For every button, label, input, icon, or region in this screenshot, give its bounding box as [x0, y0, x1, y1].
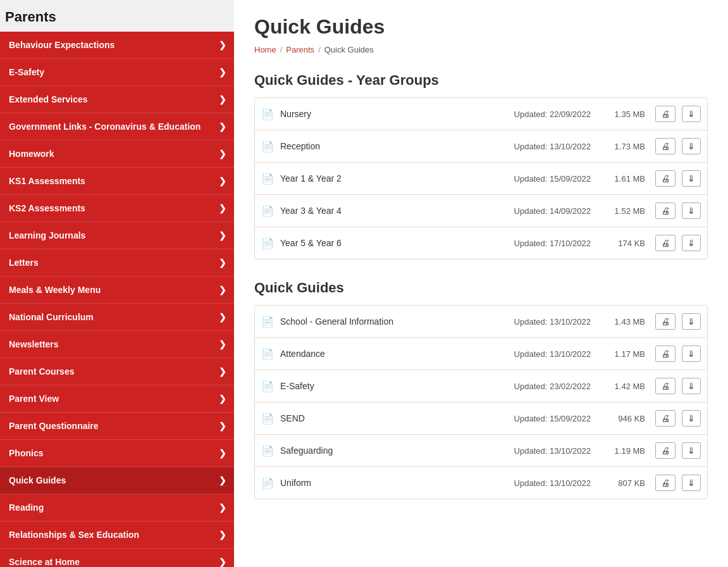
chevron-right-icon: ❯	[219, 366, 226, 377]
print-button[interactable]: 🖨	[655, 170, 676, 187]
chevron-right-icon: ❯	[219, 258, 226, 268]
sidebar-item-8[interactable]: Letters ❯	[0, 249, 234, 277]
breadcrumb-home[interactable]: Home	[254, 45, 276, 54]
file-actions: 🖨 ⇓	[655, 138, 701, 154]
chevron-right-icon: ❯	[219, 448, 226, 458]
file-updated: Updated: 13/10/2022	[514, 446, 591, 456]
file-icon: 📄	[261, 348, 274, 360]
file-size: 946 KB	[601, 414, 645, 423]
sidebar-item-15[interactable]: Phonics ❯	[0, 440, 234, 467]
sidebar-item-7[interactable]: Learning Journals ❯	[0, 222, 234, 249]
sidebar-item-label-7: Learning Journals	[9, 230, 219, 240]
sidebar-item-label-16: Quick Guides	[9, 475, 219, 485]
print-button[interactable]: 🖨	[655, 442, 676, 459]
file-icon: 📄	[261, 108, 274, 120]
file-updated: Updated: 13/10/2022	[514, 317, 591, 327]
chevron-right-icon: ❯	[219, 530, 226, 540]
file-name: Year 3 & Year 4	[280, 206, 514, 216]
download-button[interactable]: ⇓	[682, 475, 701, 491]
file-actions: 🖨 ⇓	[655, 378, 701, 394]
download-button[interactable]: ⇓	[682, 235, 701, 251]
file-updated: Updated: 14/09/2022	[514, 206, 591, 216]
print-button[interactable]: 🖨	[655, 313, 676, 330]
sidebar-item-3[interactable]: Government Links - Coronavirus & Educati…	[0, 113, 234, 140]
download-button[interactable]: ⇓	[682, 346, 701, 362]
sidebar-item-10[interactable]: National Curriculum ❯	[0, 304, 234, 331]
download-button[interactable]: ⇓	[682, 410, 701, 427]
year-groups-heading: Quick Guides - Year Groups	[254, 72, 708, 89]
chevron-right-icon: ❯	[219, 40, 226, 50]
sidebar-item-label-5: KS1 Assessments	[9, 176, 219, 186]
sidebar-item-19[interactable]: Science at Home ❯	[0, 549, 234, 567]
chevron-right-icon: ❯	[219, 67, 226, 77]
sidebar-item-18[interactable]: Relationships & Sex Education ❯	[0, 521, 234, 549]
sidebar: Parents Behaviour Expectactions ❯ E-Safe…	[0, 0, 234, 567]
quick-guides-list: 📄 School - General Information Updated: …	[254, 305, 708, 499]
file-icon: 📄	[261, 445, 274, 457]
print-button[interactable]: 🖨	[655, 235, 676, 251]
sidebar-item-2[interactable]: Extended Services ❯	[0, 86, 234, 113]
print-button[interactable]: 🖨	[655, 138, 676, 154]
file-name: Nursery	[280, 109, 514, 119]
breadcrumb-parents[interactable]: Parents	[286, 45, 314, 54]
file-row: 📄 Year 3 & Year 4 Updated: 14/09/2022 1.…	[254, 194, 708, 227]
sidebar-item-13[interactable]: Parent View ❯	[0, 385, 234, 413]
file-actions: 🖨 ⇓	[655, 170, 701, 187]
file-name: Safeguarding	[280, 446, 514, 456]
file-icon: 📄	[261, 380, 274, 392]
download-button[interactable]: ⇓	[682, 313, 701, 330]
sidebar-item-label-19: Science at Home	[9, 557, 219, 567]
print-button[interactable]: 🖨	[655, 202, 676, 219]
print-button[interactable]: 🖨	[655, 410, 676, 427]
sidebar-item-1[interactable]: E-Safety ❯	[0, 59, 234, 86]
file-icon: 📄	[261, 140, 274, 153]
print-button[interactable]: 🖨	[655, 346, 676, 362]
file-icon: 📄	[261, 237, 274, 249]
chevron-right-icon: ❯	[219, 312, 226, 322]
sidebar-item-9[interactable]: Meals & Weekly Menu ❯	[0, 277, 234, 304]
sidebar-item-label-1: E-Safety	[9, 67, 219, 77]
sidebar-item-17[interactable]: Reading ❯	[0, 494, 234, 521]
sidebar-item-label-6: KS2 Assessments	[9, 203, 219, 213]
file-name: Reception	[280, 141, 514, 151]
file-updated: Updated: 13/10/2022	[514, 349, 591, 359]
file-actions: 🖨 ⇓	[655, 235, 701, 251]
file-size: 1.19 MB	[601, 446, 645, 456]
print-button[interactable]: 🖨	[655, 106, 676, 122]
sidebar-item-6[interactable]: KS2 Assessments ❯	[0, 195, 234, 222]
print-button[interactable]: 🖨	[655, 475, 676, 491]
file-updated: Updated: 13/10/2022	[514, 142, 591, 151]
download-button[interactable]: ⇓	[682, 170, 701, 187]
sidebar-title: Parents	[0, 0, 234, 32]
download-button[interactable]: ⇓	[682, 202, 701, 219]
year-groups-list: 📄 Nursery Updated: 22/09/2022 1.35 MB 🖨 …	[254, 97, 708, 259]
file-size: 807 KB	[601, 478, 645, 488]
sidebar-item-16[interactable]: Quick Guides ❯	[0, 467, 234, 494]
file-size: 1.52 MB	[601, 206, 645, 216]
sidebar-item-label-4: Homework	[9, 149, 219, 159]
sidebar-item-0[interactable]: Behaviour Expectactions ❯	[0, 32, 234, 59]
file-icon: 📄	[261, 316, 274, 328]
sidebar-item-label-17: Reading	[9, 502, 219, 513]
sidebar-item-label-13: Parent View	[9, 394, 219, 404]
download-button[interactable]: ⇓	[682, 138, 701, 154]
print-button[interactable]: 🖨	[655, 378, 676, 394]
file-updated: Updated: 17/10/2022	[514, 239, 591, 248]
sidebar-item-label-0: Behaviour Expectactions	[9, 40, 219, 50]
download-button[interactable]: ⇓	[682, 442, 701, 459]
file-actions: 🖨 ⇓	[655, 346, 701, 362]
sidebar-item-4[interactable]: Homework ❯	[0, 140, 234, 168]
file-icon: 📄	[261, 413, 274, 425]
sidebar-item-11[interactable]: Newsletters ❯	[0, 331, 234, 358]
download-button[interactable]: ⇓	[682, 106, 701, 122]
sidebar-item-label-15: Phonics	[9, 448, 219, 458]
sidebar-item-14[interactable]: Parent Questionnaire ❯	[0, 413, 234, 440]
file-actions: 🖨 ⇓	[655, 106, 701, 122]
sidebar-item-5[interactable]: KS1 Assessments ❯	[0, 168, 234, 195]
chevron-right-icon: ❯	[219, 421, 226, 431]
sidebar-item-12[interactable]: Parent Courses ❯	[0, 358, 234, 385]
file-size: 1.42 MB	[601, 382, 645, 391]
file-row: 📄 Nursery Updated: 22/09/2022 1.35 MB 🖨 …	[254, 97, 708, 130]
download-button[interactable]: ⇓	[682, 378, 701, 394]
file-actions: 🖨 ⇓	[655, 410, 701, 427]
